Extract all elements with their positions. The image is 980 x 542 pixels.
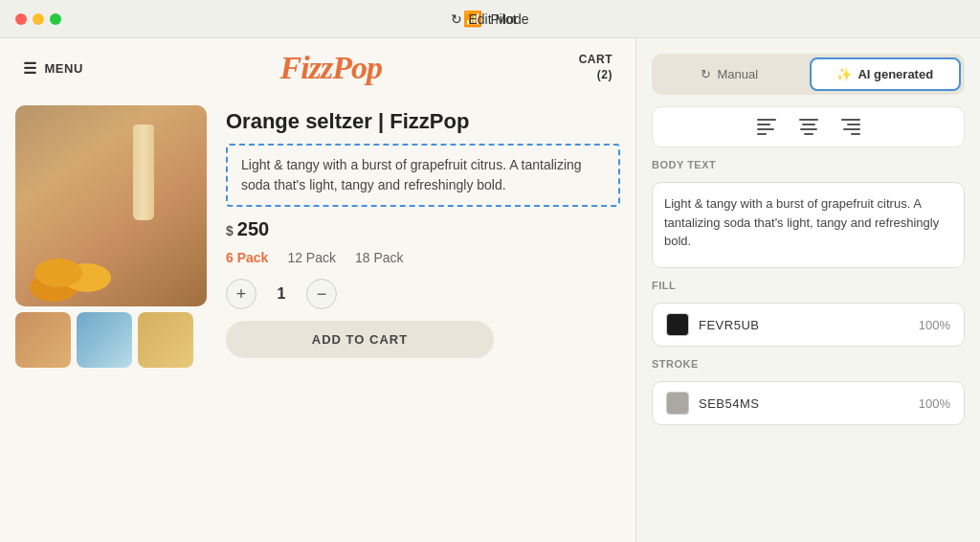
stroke-color-swatch[interactable] xyxy=(666,392,689,415)
quantity-display: 1 xyxy=(266,285,297,303)
quantity-row: + 1 − xyxy=(226,279,620,309)
menu-button[interactable]: ☰ MENU xyxy=(23,59,83,78)
main-container: ☰ MENU FizzPop CART (2) xyxy=(0,38,980,542)
align-center-button[interactable] xyxy=(799,119,818,135)
fill-row: FEVR5UB 100% xyxy=(652,303,965,347)
manual-label: Manual xyxy=(717,67,758,81)
ai-generated-mode-button[interactable]: ✨ AI generated xyxy=(810,57,962,91)
product-body-text: Light & tangy with a burst of grapefruit… xyxy=(241,155,605,195)
thumbnail-3[interactable] xyxy=(138,312,193,368)
pack-option-12[interactable]: 12 Pack xyxy=(287,250,336,265)
fill-color-code: FEVR5UB xyxy=(699,318,909,332)
fill-section-label: Fill xyxy=(652,280,965,291)
mode-toggle: ↻ Manual ✨ AI generated xyxy=(652,54,965,95)
minimize-button[interactable] xyxy=(33,13,44,25)
title-bar: 📶 Pilot ↻ Edit Mode xyxy=(0,0,980,38)
cart-count: (2) xyxy=(579,68,612,83)
cart-label: CART xyxy=(579,53,612,68)
product-title: Orange seltzer | FizzPop xyxy=(226,109,620,134)
add-to-cart-button[interactable]: ADD TO CART xyxy=(226,321,494,358)
stroke-color-code: SEB54MS xyxy=(699,396,909,411)
pack-option-18[interactable]: 18 Pack xyxy=(355,250,404,265)
thumbnail-1[interactable] xyxy=(15,312,71,368)
price-dollar: $ xyxy=(226,223,234,238)
main-image-inner xyxy=(15,105,207,306)
thumbnail-2[interactable] xyxy=(77,312,132,368)
refresh-icon-small: ↻ xyxy=(701,67,711,81)
cart-info[interactable]: CART (2) xyxy=(579,53,612,82)
product-details: Orange seltzer | FizzPop Light & tangy w… xyxy=(226,105,620,368)
ai-icon: ✨ xyxy=(836,67,852,81)
product-images xyxy=(15,105,207,368)
quantity-decrease-button[interactable]: − xyxy=(306,279,337,309)
store-header: ☰ MENU FizzPop CART (2) xyxy=(0,38,635,98)
maximize-button[interactable] xyxy=(50,13,61,25)
pack-option-6[interactable]: 6 Pack xyxy=(226,250,268,265)
edit-mode-indicator: ↻ Edit Mode xyxy=(451,11,528,27)
thumbnail-row xyxy=(15,312,207,368)
product-panel: ☰ MENU FizzPop CART (2) xyxy=(0,38,635,542)
body-text-section-label: BODY TEXT xyxy=(652,159,965,170)
fill-opacity: 100% xyxy=(919,318,950,332)
body-text-textarea[interactable] xyxy=(652,182,965,268)
product-price: $ 250 xyxy=(226,218,620,240)
price-amount: 250 xyxy=(237,218,269,240)
refresh-icon: ↻ xyxy=(451,11,462,27)
main-product-image xyxy=(15,105,207,306)
window-controls xyxy=(15,13,61,25)
right-panel: ↻ Manual ✨ AI generated xyxy=(635,38,980,542)
alignment-controls xyxy=(652,106,965,147)
ai-generated-label: AI generated xyxy=(858,67,933,81)
menu-label: MENU xyxy=(45,61,83,76)
stroke-section-label: Stroke xyxy=(652,358,965,370)
align-right-button[interactable] xyxy=(841,119,860,135)
manual-mode-button[interactable]: ↻ Manual xyxy=(656,57,804,91)
store-logo: FizzPop xyxy=(280,50,382,86)
quantity-increase-button[interactable]: + xyxy=(226,279,256,309)
pack-options: 6 Pack 12 Pack 18 Pack xyxy=(226,250,620,265)
product-content: Orange seltzer | FizzPop Light & tangy w… xyxy=(0,98,635,383)
close-button[interactable] xyxy=(15,13,27,25)
hamburger-icon: ☰ xyxy=(23,59,37,78)
body-text-highlighted: Light & tangy with a burst of grapefruit… xyxy=(226,144,620,207)
stroke-opacity: 100% xyxy=(919,396,950,411)
stroke-row: SEB54MS 100% xyxy=(652,381,965,425)
fill-color-swatch[interactable] xyxy=(666,313,689,336)
edit-mode-label: Edit Mode xyxy=(468,11,528,27)
align-left-button[interactable] xyxy=(757,119,776,135)
